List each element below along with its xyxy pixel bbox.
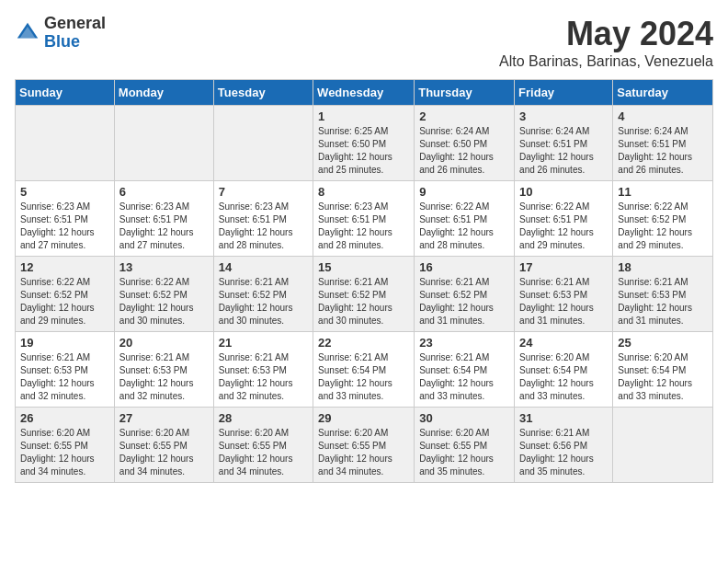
day-number: 2	[419, 109, 509, 123]
day-number: 17	[519, 260, 608, 274]
logo-general: General	[44, 15, 106, 33]
calendar-cell: 19Sunrise: 6:21 AM Sunset: 6:53 PM Dayli…	[16, 332, 115, 408]
calendar-cell: 22Sunrise: 6:21 AM Sunset: 6:54 PM Dayli…	[313, 332, 415, 408]
day-info: Sunrise: 6:24 AM Sunset: 6:50 PM Dayligh…	[419, 125, 509, 177]
calendar-cell: 15Sunrise: 6:21 AM Sunset: 6:52 PM Dayli…	[313, 257, 415, 332]
column-header-friday: Friday	[515, 80, 613, 106]
day-number: 8	[318, 185, 409, 199]
day-number: 19	[20, 336, 109, 350]
day-info: Sunrise: 6:22 AM Sunset: 6:52 PM Dayligh…	[20, 276, 109, 327]
calendar-cell: 31Sunrise: 6:21 AM Sunset: 6:56 PM Dayli…	[515, 408, 613, 483]
day-number: 28	[219, 411, 308, 425]
title-block: May 2024 Alto Barinas, Barinas, Venezuel…	[499, 15, 713, 70]
day-info: Sunrise: 6:21 AM Sunset: 6:53 PM Dayligh…	[618, 276, 708, 327]
column-header-thursday: Thursday	[415, 80, 515, 106]
day-info: Sunrise: 6:21 AM Sunset: 6:54 PM Dayligh…	[419, 351, 509, 403]
day-number: 29	[318, 411, 409, 425]
day-info: Sunrise: 6:20 AM Sunset: 6:55 PM Dayligh…	[20, 427, 109, 478]
calendar-cell: 30Sunrise: 6:20 AM Sunset: 6:55 PM Dayli…	[415, 408, 515, 483]
page-header: General Blue May 2024 Alto Barinas, Bari…	[15, 15, 713, 70]
day-number: 27	[119, 411, 209, 425]
column-header-monday: Monday	[114, 80, 213, 106]
day-number: 20	[119, 336, 209, 350]
day-number: 18	[618, 260, 708, 274]
day-info: Sunrise: 6:24 AM Sunset: 6:51 PM Dayligh…	[519, 125, 608, 177]
calendar-cell: 13Sunrise: 6:22 AM Sunset: 6:52 PM Dayli…	[114, 257, 213, 332]
calendar-week-row: 1Sunrise: 6:25 AM Sunset: 6:50 PM Daylig…	[16, 106, 713, 181]
calendar-week-row: 12Sunrise: 6:22 AM Sunset: 6:52 PM Dayli…	[16, 257, 713, 332]
day-number: 30	[419, 411, 509, 425]
calendar-cell: 11Sunrise: 6:22 AM Sunset: 6:52 PM Dayli…	[613, 181, 713, 257]
day-info: Sunrise: 6:20 AM Sunset: 6:54 PM Dayligh…	[519, 351, 608, 403]
day-info: Sunrise: 6:20 AM Sunset: 6:55 PM Dayligh…	[119, 427, 209, 478]
calendar-cell: 18Sunrise: 6:21 AM Sunset: 6:53 PM Dayli…	[613, 257, 713, 332]
day-info: Sunrise: 6:20 AM Sunset: 6:55 PM Dayligh…	[219, 427, 308, 478]
calendar-cell: 16Sunrise: 6:21 AM Sunset: 6:52 PM Dayli…	[415, 257, 515, 332]
day-number: 25	[618, 336, 708, 350]
day-info: Sunrise: 6:21 AM Sunset: 6:53 PM Dayligh…	[119, 351, 209, 403]
day-number: 23	[419, 336, 509, 350]
calendar-cell: 2Sunrise: 6:24 AM Sunset: 6:50 PM Daylig…	[415, 106, 515, 181]
column-header-sunday: Sunday	[16, 80, 115, 106]
day-number: 31	[519, 411, 608, 425]
calendar-cell: 5Sunrise: 6:23 AM Sunset: 6:51 PM Daylig…	[16, 181, 115, 257]
calendar-cell	[613, 408, 713, 483]
day-info: Sunrise: 6:21 AM Sunset: 6:52 PM Dayligh…	[219, 276, 308, 327]
day-info: Sunrise: 6:22 AM Sunset: 6:52 PM Dayligh…	[119, 276, 209, 327]
day-number: 22	[318, 336, 409, 350]
day-number: 1	[318, 109, 409, 123]
day-number: 12	[20, 260, 109, 274]
day-info: Sunrise: 6:21 AM Sunset: 6:53 PM Dayligh…	[519, 276, 608, 327]
calendar-cell: 24Sunrise: 6:20 AM Sunset: 6:54 PM Dayli…	[515, 332, 613, 408]
day-info: Sunrise: 6:21 AM Sunset: 6:53 PM Dayligh…	[219, 351, 308, 403]
day-info: Sunrise: 6:23 AM Sunset: 6:51 PM Dayligh…	[119, 201, 209, 252]
calendar-cell: 3Sunrise: 6:24 AM Sunset: 6:51 PM Daylig…	[515, 106, 613, 181]
column-header-saturday: Saturday	[613, 80, 713, 106]
logo-blue: Blue	[44, 33, 106, 52]
day-number: 16	[419, 260, 509, 274]
calendar-cell	[213, 106, 313, 181]
day-info: Sunrise: 6:24 AM Sunset: 6:51 PM Dayligh…	[618, 125, 708, 177]
day-info: Sunrise: 6:22 AM Sunset: 6:51 PM Dayligh…	[519, 201, 608, 252]
calendar-week-row: 19Sunrise: 6:21 AM Sunset: 6:53 PM Dayli…	[16, 332, 713, 408]
logo-text: General Blue	[44, 15, 106, 52]
calendar-cell: 26Sunrise: 6:20 AM Sunset: 6:55 PM Dayli…	[16, 408, 115, 483]
day-info: Sunrise: 6:21 AM Sunset: 6:52 PM Dayligh…	[419, 276, 509, 327]
calendar-table: SundayMondayTuesdayWednesdayThursdayFrid…	[15, 79, 713, 483]
calendar-cell: 27Sunrise: 6:20 AM Sunset: 6:55 PM Dayli…	[114, 408, 213, 483]
calendar-header-row: SundayMondayTuesdayWednesdayThursdayFrid…	[16, 80, 713, 106]
calendar-cell: 9Sunrise: 6:22 AM Sunset: 6:51 PM Daylig…	[415, 181, 515, 257]
day-number: 24	[519, 336, 608, 350]
calendar-cell: 1Sunrise: 6:25 AM Sunset: 6:50 PM Daylig…	[313, 106, 415, 181]
day-number: 5	[20, 185, 109, 199]
calendar-cell: 23Sunrise: 6:21 AM Sunset: 6:54 PM Dayli…	[415, 332, 515, 408]
calendar-cell	[16, 106, 115, 181]
day-info: Sunrise: 6:21 AM Sunset: 6:56 PM Dayligh…	[519, 427, 608, 478]
day-number: 26	[20, 411, 109, 425]
day-info: Sunrise: 6:20 AM Sunset: 6:55 PM Dayligh…	[318, 427, 409, 478]
day-number: 3	[519, 109, 608, 123]
calendar-cell: 8Sunrise: 6:23 AM Sunset: 6:51 PM Daylig…	[313, 181, 415, 257]
month-title: May 2024	[499, 15, 713, 53]
column-header-wednesday: Wednesday	[313, 80, 415, 106]
day-number: 10	[519, 185, 608, 199]
day-number: 7	[219, 185, 308, 199]
calendar-cell: 21Sunrise: 6:21 AM Sunset: 6:53 PM Dayli…	[213, 332, 313, 408]
day-info: Sunrise: 6:21 AM Sunset: 6:54 PM Dayligh…	[318, 351, 409, 403]
day-info: Sunrise: 6:23 AM Sunset: 6:51 PM Dayligh…	[20, 201, 109, 252]
calendar-cell: 20Sunrise: 6:21 AM Sunset: 6:53 PM Dayli…	[114, 332, 213, 408]
calendar-cell	[114, 106, 213, 181]
calendar-week-row: 5Sunrise: 6:23 AM Sunset: 6:51 PM Daylig…	[16, 181, 713, 257]
day-number: 21	[219, 336, 308, 350]
calendar-cell: 4Sunrise: 6:24 AM Sunset: 6:51 PM Daylig…	[613, 106, 713, 181]
calendar-cell: 17Sunrise: 6:21 AM Sunset: 6:53 PM Dayli…	[515, 257, 613, 332]
calendar-cell: 29Sunrise: 6:20 AM Sunset: 6:55 PM Dayli…	[313, 408, 415, 483]
logo: General Blue	[15, 15, 106, 52]
calendar-week-row: 26Sunrise: 6:20 AM Sunset: 6:55 PM Dayli…	[16, 408, 713, 483]
calendar-cell: 10Sunrise: 6:22 AM Sunset: 6:51 PM Dayli…	[515, 181, 613, 257]
calendar-cell: 7Sunrise: 6:23 AM Sunset: 6:51 PM Daylig…	[213, 181, 313, 257]
day-info: Sunrise: 6:21 AM Sunset: 6:53 PM Dayligh…	[20, 351, 109, 403]
day-info: Sunrise: 6:22 AM Sunset: 6:51 PM Dayligh…	[419, 201, 509, 252]
day-info: Sunrise: 6:20 AM Sunset: 6:55 PM Dayligh…	[419, 427, 509, 478]
location-subtitle: Alto Barinas, Barinas, Venezuela	[499, 53, 713, 70]
